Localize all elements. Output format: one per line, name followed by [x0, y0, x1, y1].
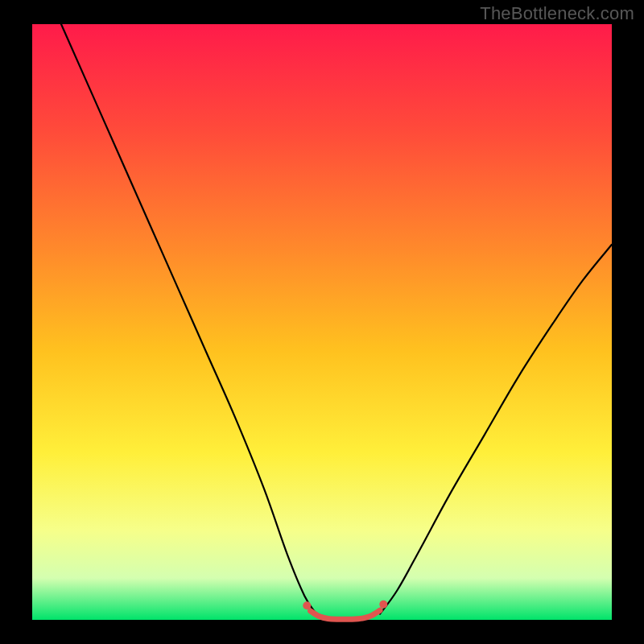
plot-background [32, 24, 612, 620]
valley-endpoint-0 [303, 601, 311, 609]
chart-container: { "watermark": "TheBottleneck.com", "cha… [0, 0, 644, 644]
bottleneck-chart [0, 0, 644, 644]
watermark-text: TheBottleneck.com [480, 3, 634, 24]
valley-endpoint-1 [379, 601, 387, 609]
